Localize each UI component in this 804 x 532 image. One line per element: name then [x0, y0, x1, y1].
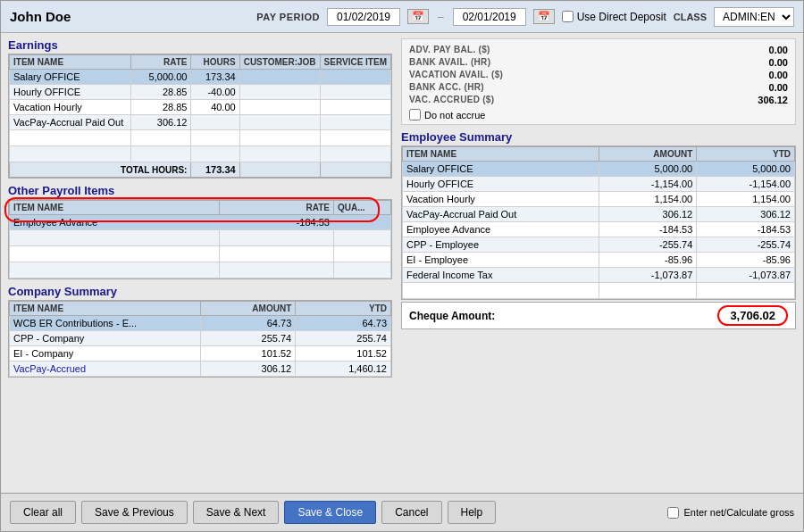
table-row[interactable]: EI - Employee -85.96 -85.96: [403, 253, 795, 268]
cancel-button[interactable]: Cancel: [381, 501, 441, 524]
table-row[interactable]: Vacation Hourly 28.85 40.00: [10, 100, 391, 115]
info-panel: ADV. PAY BAL. ($) 0.00 BANK AVAIL. (HR) …: [401, 38, 796, 125]
save-previous-button[interactable]: Save & Previous: [81, 501, 188, 524]
earnings-rate: 28.85: [131, 85, 191, 100]
co-ytd: 255.74: [296, 331, 391, 346]
table-row[interactable]: Vacation Hourly 1,154.00 1,154.00: [403, 192, 795, 207]
main-window: John Doe PAY PERIOD 📅 – 📅 Use Direct Dep…: [0, 0, 804, 532]
direct-deposit-checkbox[interactable]: [562, 11, 574, 22]
emp-item-name: Federal Income Tax: [403, 268, 599, 283]
table-row[interactable]: Hourly OFFICE 28.85 -40.00: [10, 85, 391, 100]
earnings-col-item: ITEM NAME: [10, 55, 131, 70]
table-row[interactable]: CPP - Employee -255.74 -255.74: [403, 237, 795, 253]
total-hours-label: TOTAL HOURS:: [121, 165, 187, 175]
table-row[interactable]: [10, 146, 391, 162]
table-row[interactable]: Salary OFFICE 5,000.00 173.34: [10, 70, 391, 85]
emp-ytd: -255.74: [697, 237, 795, 253]
co-item-name: EI - Company: [10, 346, 201, 362]
table-row[interactable]: [403, 283, 795, 299]
co-item-name: WCB ER Contributions - E...: [10, 316, 201, 331]
vacation-avail-label: VACATION AVAIL. ($): [409, 70, 503, 80]
company-summary-title: Company Summary: [8, 285, 392, 298]
table-row[interactable]: EI - Company 101.52 101.52: [10, 346, 391, 362]
pay-period-from[interactable]: [327, 8, 400, 26]
table-row[interactable]: Employee Advance -184.53: [10, 215, 391, 230]
save-close-button[interactable]: Save & Close: [284, 501, 376, 524]
emp-amount: -184.53: [599, 222, 697, 237]
emp-amount: -1,154.00: [599, 177, 697, 192]
footer: Clear all Save & Previous Save & Next Sa…: [1, 493, 803, 531]
co-ytd: 64.73: [296, 316, 391, 331]
do-not-accrue-row: Do not accrue: [409, 109, 788, 121]
table-row[interactable]: VacPay-Accrual Paid Out 306.12: [10, 115, 391, 130]
earnings-title: Earnings: [8, 38, 392, 52]
earnings-table: ITEM NAME RATE HOURS CUSTOMER:JOB SERVIC…: [9, 54, 391, 178]
info-row-bank-avail: BANK AVAIL. (HR) 0.00: [409, 57, 788, 68]
employee-summary-table: ITEM NAME AMOUNT YTD Salary OFFICE 5,000…: [402, 146, 795, 299]
emp-amount: 1,154.00: [599, 192, 697, 207]
earnings-col-rate: RATE: [131, 55, 191, 70]
calendar-from-btn[interactable]: 📅: [407, 9, 429, 24]
help-button[interactable]: Help: [448, 501, 497, 524]
info-row-vac-accrued: VAC. ACCRUED ($) 306.12: [409, 95, 788, 105]
other-col-item: ITEM NAME: [10, 201, 220, 215]
vacation-avail-value: 0.00: [743, 70, 788, 80]
table-row[interactable]: [10, 230, 391, 246]
emp-ytd: -184.53: [697, 222, 795, 237]
earnings-hours: -40.00: [191, 85, 239, 100]
other-payroll-table-container[interactable]: ITEM NAME RATE QUA... Employee Advance -…: [8, 199, 392, 279]
employee-name: John Doe: [10, 9, 71, 24]
co-ytd: 101.52: [296, 346, 391, 362]
earnings-col-service: SERVICE ITEM: [320, 55, 390, 70]
do-not-accrue-label: Do not accrue: [424, 110, 485, 121]
table-row[interactable]: CPP - Company 255.74 255.74: [10, 331, 391, 346]
class-select[interactable]: ADMIN:ENG: [714, 7, 794, 27]
earnings-item-name: Vacation Hourly: [10, 100, 131, 115]
table-row[interactable]: [10, 130, 391, 146]
company-summary-section: Company Summary ITEM NAME AMOUNT YTD: [8, 285, 392, 378]
enter-net-checkbox[interactable]: [667, 507, 679, 519]
clear-all-button[interactable]: Clear all: [10, 501, 76, 524]
calendar-to-btn[interactable]: 📅: [533, 9, 555, 24]
table-row[interactable]: Hourly OFFICE -1,154.00 -1,154.00: [403, 177, 795, 192]
table-row[interactable]: Federal Income Tax -1,073.87 -1,073.87: [403, 268, 795, 283]
left-panel: Earnings ITEM NAME RATE HOURS CUSTOMER:J…: [8, 38, 392, 487]
table-row[interactable]: [10, 262, 391, 278]
employee-summary-title: Employee Summary: [401, 130, 796, 144]
bank-acc-label: BANK ACC. (HR): [409, 82, 484, 93]
class-label: CLASS: [674, 12, 707, 22]
save-next-button[interactable]: Save & Next: [193, 501, 280, 524]
co-col-item: ITEM NAME: [10, 302, 201, 316]
emp-ytd: -85.96: [697, 253, 795, 268]
emp-amount: -85.96: [599, 253, 697, 268]
table-row[interactable]: [10, 246, 391, 262]
co-col-ytd: YTD: [296, 302, 391, 316]
table-row[interactable]: Employee Advance -184.53 -184.53: [403, 222, 795, 237]
company-summary-table-container[interactable]: ITEM NAME AMOUNT YTD WCB ER Contribution…: [8, 300, 392, 378]
do-not-accrue-checkbox[interactable]: [409, 109, 421, 121]
bank-avail-value: 0.00: [743, 57, 788, 68]
emp-item-name: CPP - Employee: [403, 237, 599, 253]
earnings-service: [320, 70, 390, 85]
other-col-rate: RATE: [219, 201, 333, 215]
vac-accrued-label: VAC. ACCRUED ($): [409, 95, 494, 105]
co-amount: 255.74: [200, 331, 296, 346]
cheque-label: Cheque Amount:: [409, 310, 717, 322]
direct-deposit-label: Use Direct Deposit: [577, 11, 666, 23]
earnings-table-container[interactable]: ITEM NAME RATE HOURS CUSTOMER:JOB SERVIC…: [8, 54, 392, 179]
other-qty: [333, 215, 390, 230]
earnings-section: Earnings ITEM NAME RATE HOURS CUSTOMER:J…: [8, 38, 392, 179]
emp-col-ytd: YTD: [697, 147, 795, 162]
table-row[interactable]: WCB ER Contributions - E... 64.73 64.73: [10, 316, 391, 331]
bank-acc-value: 0.00: [743, 82, 788, 93]
table-row[interactable]: VacPay-Accrued 306.12 1,460.12: [10, 362, 391, 377]
pay-period-to[interactable]: [453, 8, 526, 26]
emp-ytd: 306.12: [697, 207, 795, 222]
emp-item-name: EI - Employee: [403, 253, 599, 268]
table-row[interactable]: Salary OFFICE 5,000.00 5,000.00: [403, 162, 795, 177]
table-row[interactable]: VacPay-Accrual Paid Out 306.12 306.12: [403, 207, 795, 222]
content-area: Earnings ITEM NAME RATE HOURS CUSTOMER:J…: [1, 33, 803, 493]
employee-summary-table-container[interactable]: ITEM NAME AMOUNT YTD Salary OFFICE 5,000…: [401, 145, 796, 300]
emp-item-name: Hourly OFFICE: [403, 177, 599, 192]
other-payroll-section: Other Payroll Items ITEM NAME RATE QUA..…: [8, 184, 392, 279]
